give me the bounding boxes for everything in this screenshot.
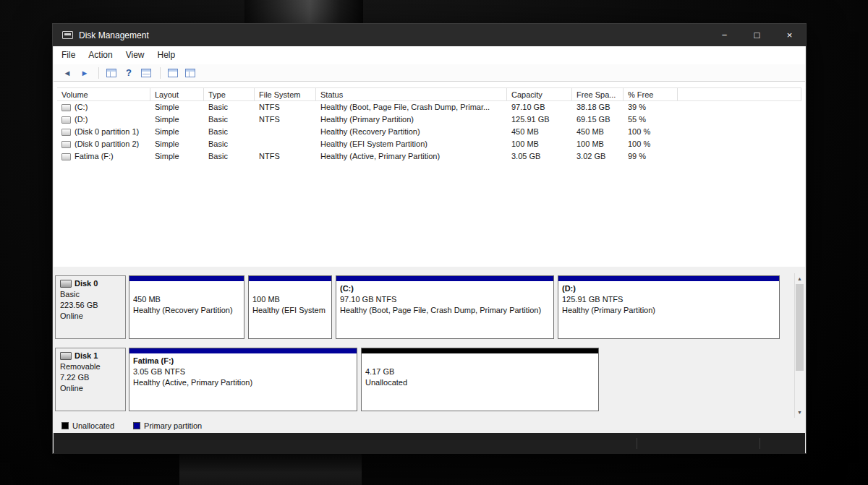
- menu-help[interactable]: Help: [151, 46, 182, 64]
- disk0-header[interactable]: Disk 0 Basic 223.56 GB Online: [55, 275, 126, 339]
- forward-icon[interactable]: ►: [77, 66, 93, 80]
- partition-d[interactable]: (D:) 125.91 GB NTFS Healthy (Primary Par…: [558, 275, 780, 339]
- toolbar-separator: [98, 67, 99, 79]
- col-file-system[interactable]: File System: [255, 88, 316, 100]
- properties-glyph: [168, 69, 178, 77]
- volume-icon: [61, 141, 71, 148]
- minimize-button[interactable]: −: [708, 24, 741, 46]
- status-bar: [54, 433, 805, 454]
- properties-icon[interactable]: [165, 66, 181, 80]
- primary-partition-bar: [336, 276, 553, 281]
- volume-icon: [61, 116, 71, 124]
- action-pane-icon[interactable]: [138, 66, 154, 80]
- unallocated-swatch-icon: [61, 422, 69, 429]
- status-divider: [637, 438, 637, 449]
- menu-action[interactable]: Action: [82, 46, 119, 64]
- primary-partition-swatch-icon: [133, 422, 140, 429]
- volume-list: Volume Layout Type File System Status Ca…: [57, 87, 801, 267]
- vertical-scrollbar[interactable]: ▲ ▼: [794, 273, 804, 418]
- col-status[interactable]: Status: [316, 88, 507, 100]
- unallocated-partition-bar: [362, 348, 598, 353]
- legend-bar: Unallocated Primary partition: [54, 419, 805, 433]
- monitor-stand-top: [244, 0, 363, 26]
- partition-c[interactable]: (C:) 97.10 GB NTFS Healthy (Boot, Page F…: [336, 275, 554, 339]
- menu-file[interactable]: File: [55, 46, 82, 64]
- primary-partition-bar: [249, 276, 331, 281]
- toolbar: ◄ ► ?: [54, 64, 805, 82]
- status-divider: [760, 438, 760, 449]
- col-layout[interactable]: Layout: [150, 88, 204, 100]
- disk-management-window: Disk Management − □ × File Action View H…: [52, 23, 807, 454]
- volume-icon: [61, 153, 71, 160]
- legend-primary-partition: Primary partition: [133, 421, 202, 430]
- help-icon[interactable]: ?: [121, 66, 137, 80]
- table-row-d[interactable]: (D:) Simple Basic NTFS Healthy (Primary …: [57, 113, 801, 126]
- primary-partition-bar: [129, 276, 244, 281]
- window-title: Disk Management: [79, 30, 149, 40]
- desktop-background: Disk Management − □ × File Action View H…: [0, 0, 868, 485]
- close-button[interactable]: ×: [773, 24, 806, 46]
- col-type[interactable]: Type: [204, 88, 255, 100]
- maximize-button[interactable]: □: [741, 24, 773, 46]
- graphical-view: Disk 0 Basic 223.56 GB Online 450 MB Hea…: [54, 272, 805, 419]
- menu-view[interactable]: View: [119, 46, 151, 64]
- window-controls: − □ ×: [708, 24, 806, 46]
- scrollbar-thumb[interactable]: [796, 284, 804, 371]
- legend-unallocated: Unallocated: [61, 421, 114, 430]
- disk0-row: Disk 0 Basic 223.56 GB Online 450 MB Hea…: [55, 275, 793, 339]
- volume-list-header: Volume Layout Type File System Status Ca…: [57, 87, 801, 101]
- disk1-header[interactable]: Disk 1 Removable 7.22 GB Online: [55, 348, 126, 411]
- views-icon[interactable]: [182, 66, 198, 80]
- table-row-fatima[interactable]: Fatima (F:) Simple Basic NTFS Healthy (A…: [57, 150, 801, 163]
- back-icon[interactable]: ◄: [59, 66, 75, 80]
- volume-list-pane: Volume Layout Type File System Status Ca…: [54, 82, 805, 267]
- views-glyph: [185, 69, 195, 77]
- volume-icon: [61, 129, 71, 136]
- toolbar-separator-2: [160, 67, 161, 79]
- console-tree-icon[interactable]: [103, 66, 119, 80]
- titlebar[interactable]: Disk Management − □ ×: [53, 24, 806, 46]
- col-pct-free[interactable]: % Free: [624, 88, 678, 100]
- disk1-partitions: Fatima (F:) 3.05 GB NTFS Healthy (Active…: [129, 348, 599, 411]
- scroll-down-icon[interactable]: ▼: [795, 407, 804, 418]
- volume-icon: [61, 104, 71, 111]
- col-volume[interactable]: Volume: [57, 88, 150, 100]
- col-filler: [678, 88, 801, 100]
- disk0-partitions: 450 MB Healthy (Recovery Partition) 100 …: [129, 275, 780, 339]
- table-row-partition1[interactable]: (Disk 0 partition 1) Simple Basic Health…: [57, 126, 801, 138]
- menu-bar: File Action View Help: [54, 46, 805, 64]
- partition-efi[interactable]: 100 MB Healthy (EFI System Partition): [248, 275, 332, 339]
- scroll-up-icon[interactable]: ▲: [795, 273, 804, 284]
- partition-unallocated[interactable]: 4.17 GB Unallocated: [361, 348, 599, 411]
- table-row-c[interactable]: (C:) Simple Basic NTFS Healthy (Boot, Pa…: [57, 101, 801, 113]
- primary-partition-bar: [558, 276, 779, 281]
- partition-recovery[interactable]: 450 MB Healthy (Recovery Partition): [129, 275, 244, 339]
- action-pane-glyph: [141, 69, 151, 77]
- disk-management-app-icon: [62, 31, 73, 39]
- disk1-row: Disk 1 Removable 7.22 GB Online Fatima (…: [55, 348, 793, 411]
- pane-splitter[interactable]: [54, 267, 805, 272]
- primary-partition-bar: [129, 348, 357, 353]
- partition-fatima[interactable]: Fatima (F:) 3.05 GB NTFS Healthy (Active…: [129, 348, 357, 411]
- monitor-stand-base: [179, 453, 362, 485]
- table-row-partition2[interactable]: (Disk 0 partition 2) Simple Basic Health…: [57, 138, 801, 150]
- console-tree-glyph: [106, 69, 116, 77]
- disk-icon: [60, 352, 72, 360]
- col-capacity[interactable]: Capacity: [507, 88, 572, 100]
- col-free-space[interactable]: Free Spa...: [572, 88, 624, 100]
- disk-icon: [60, 280, 72, 288]
